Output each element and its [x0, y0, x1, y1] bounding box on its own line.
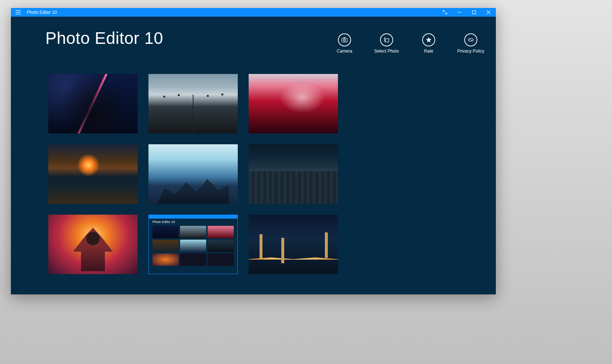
fullscreen-button[interactable] — [438, 8, 452, 17]
close-icon — [486, 10, 491, 15]
thumbnail[interactable]: Photo Editor 10 — [148, 215, 238, 274]
fullscreen-icon — [443, 10, 447, 15]
svg-rect-9 — [385, 39, 389, 42]
svg-marker-10 — [426, 37, 432, 42]
app-window: Photo Editor 10 Photo Editor 1 — [11, 8, 496, 294]
thumbnail[interactable] — [48, 74, 138, 133]
svg-rect-7 — [342, 38, 347, 42]
thumbnail[interactable] — [48, 144, 138, 204]
maximize-button[interactable] — [467, 8, 481, 17]
svg-rect-4 — [473, 11, 476, 14]
link-icon — [464, 33, 477, 46]
hamburger-icon — [16, 10, 21, 15]
privacy-policy-action[interactable]: Privacy Policy — [457, 33, 485, 54]
page-title: Photo Editor 10 — [45, 28, 163, 48]
hamburger-menu-button[interactable] — [11, 8, 25, 17]
thumbnail[interactable] — [249, 215, 338, 274]
thumbnail[interactable] — [148, 74, 238, 133]
app-body: Photo Editor 10 Camera — [11, 17, 496, 294]
nested-thumbnail-grid — [152, 226, 234, 266]
camera-icon — [338, 33, 351, 46]
minimize-icon — [457, 10, 462, 15]
nested-screenshot-title: Photo Editor 10 — [152, 220, 234, 224]
select-photo-action[interactable]: Select Photo — [372, 33, 401, 54]
svg-point-8 — [343, 39, 345, 41]
rate-label: Rate — [424, 49, 433, 54]
action-bar: Camera Select Photo Rate — [330, 33, 485, 54]
titlebar-app-name: Photo Editor 10 — [25, 10, 57, 15]
nested-screenshot: Photo Editor 10 — [152, 220, 234, 270]
thumbnail[interactable] — [48, 215, 138, 274]
camera-action[interactable]: Camera — [330, 33, 359, 54]
camera-label: Camera — [337, 49, 352, 54]
thumbnail[interactable] — [148, 144, 238, 204]
minimize-button[interactable] — [452, 8, 467, 17]
title-bar: Photo Editor 10 — [11, 8, 496, 17]
select-photo-icon — [380, 33, 393, 46]
thumbnail-grid: Photo Editor 10 — [48, 74, 338, 274]
privacy-label: Privacy Policy — [457, 49, 485, 54]
star-icon — [422, 33, 435, 46]
rate-action[interactable]: Rate — [415, 33, 443, 54]
thumbnail[interactable] — [249, 144, 338, 204]
select-photo-label: Select Photo — [374, 49, 399, 54]
close-button[interactable] — [481, 8, 496, 17]
thumbnail[interactable] — [249, 74, 338, 133]
maximize-icon — [472, 10, 476, 15]
